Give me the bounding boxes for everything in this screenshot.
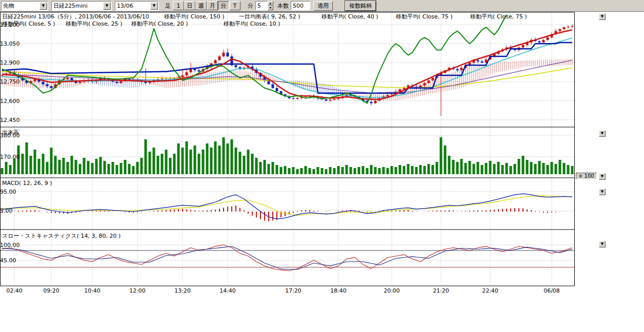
y-axis-label: 12,450: [0, 117, 23, 123]
y-axis-label: 5.00: [0, 208, 23, 214]
x-axis-label: 17:20: [282, 287, 305, 294]
legend-ichimoku: 一目均衡表( 9, 26, 52 ): [239, 13, 300, 20]
macd-plot: [2, 194, 572, 221]
period-button-tick[interactable]: T: [229, 1, 240, 10]
legend-ma20: 移動平均( Close, 20 ): [131, 20, 188, 28]
y-axis-label: 13,200: [0, 22, 23, 28]
period-button-minute[interactable]: 分: [218, 1, 229, 10]
legend-ma150: 移動平均( Close, 150 ): [164, 13, 225, 20]
legend-ma10: 移動平均( Close, 10 ): [224, 20, 280, 28]
x-axis-label: 09:20: [40, 287, 63, 294]
x-axis-label: 14:40: [216, 287, 239, 294]
y-axis-label: 12,600: [0, 98, 23, 105]
x-axis-label: 21:20: [430, 287, 452, 294]
y-axis-label: 170.00: [0, 154, 23, 160]
bar-type-label: 足: [165, 2, 171, 10]
y-axis-label: 380.00: [0, 132, 23, 139]
main-toolbar: 先物 ▼ 日経225mini ▼ 13/06 ▼ 足 1 日 週 月 分 T 分…: [0, 0, 644, 12]
chevron-down-icon[interactable]: ▼: [150, 2, 158, 10]
legend-ma40: 移動平均( Close, 40 ): [321, 13, 378, 20]
stochastics-plot: [2, 245, 572, 271]
period-button-1[interactable]: 1: [173, 1, 184, 10]
spinner-up-icon[interactable]: ▲: [268, 1, 273, 6]
y-axis-label: 45.00: [0, 257, 23, 264]
legend-ma25: 移動平均( Close, 25 ): [66, 20, 123, 28]
contract-month-value: 13/06: [115, 3, 150, 9]
volume-bars: [1, 137, 574, 174]
x-axis-label: 10:40: [81, 287, 104, 294]
x-axis-label: 20:00: [380, 287, 403, 294]
gridlines: [0, 12, 574, 286]
legend-ma75-b: 移動平均( Close, 75 ): [470, 13, 527, 20]
period-button-day[interactable]: 日: [184, 1, 195, 10]
bar-count-label: 本数: [277, 2, 289, 10]
instrument-type-value: 先物: [2, 2, 39, 10]
minute-value: 5: [257, 3, 261, 9]
macd-panel-title: MACD( 12, 26, 9 ): [2, 180, 52, 186]
instrument-value: 日経225mini: [52, 2, 103, 10]
contract-month-dropdown[interactable]: 13/06 ▼: [115, 1, 159, 11]
y-axis-label: 13,050: [0, 40, 23, 47]
volume-multiplier-badge: × 100: [576, 173, 597, 179]
instrument-dropdown[interactable]: 日経225mini ▼: [51, 1, 112, 11]
x-axis-label: 22:40: [479, 287, 501, 294]
trading-chart-app: { "toolbar": { "instrument_type": "先物", …: [0, 0, 644, 332]
spinner-down-icon[interactable]: ▼: [268, 6, 273, 10]
y-axis-label: 95.00: [0, 189, 23, 195]
apply-button[interactable]: 適用: [313, 1, 333, 11]
x-axis-label: 18:40: [327, 287, 350, 294]
x-axis-label: 13:20: [171, 287, 194, 294]
minute-spinner[interactable]: ▲ ▼: [268, 1, 273, 10]
candlesticks: [1, 25, 574, 116]
minute-input[interactable]: 5: [255, 1, 268, 10]
y-axis-label: 100.00: [0, 242, 23, 248]
chart-title-legend: 日経225mini 13/06（5分）, 2013/06/06 - 2013/0…: [2, 13, 149, 20]
scale-adjust-button-price[interactable]: ▼: [599, 13, 606, 20]
moving-averages: [2, 15, 572, 103]
chevron-down-icon[interactable]: ▼: [39, 2, 47, 10]
chevron-down-icon[interactable]: ▼: [103, 2, 111, 10]
bar-count-input[interactable]: 500: [291, 1, 310, 10]
period-button-week[interactable]: 週: [195, 1, 207, 10]
period-button-month[interactable]: 月: [207, 1, 218, 10]
scale-adjust-button-macd[interactable]: ▼: [599, 189, 606, 195]
x-axis-label: 02:40: [3, 287, 26, 294]
bar-count-value: 500: [293, 3, 304, 9]
x-axis-label: 06/08: [540, 287, 563, 294]
minute-label: 分: [248, 2, 253, 10]
stochastics-panel-title: スロー・ストキャスティクス( 14, 3, 80, 20 ): [2, 232, 120, 240]
scale-adjust-button-multiplier[interactable]: ▼: [599, 173, 606, 180]
legend-ma75-a: 移動平均( Close, 75 ): [396, 13, 453, 20]
y-axis-label: 12,750: [0, 78, 23, 85]
scale-adjust-button-stoch[interactable]: ▼: [599, 241, 606, 247]
chart-canvas[interactable]: [0, 0, 644, 332]
multi-symbol-button[interactable]: 複数銘柄: [345, 1, 376, 11]
instrument-type-dropdown[interactable]: 先物 ▼: [1, 1, 48, 11]
x-axis-label: 12:00: [126, 287, 149, 294]
y-axis-label: 12,900: [0, 59, 23, 66]
scale-adjust-button-volume[interactable]: ▼: [599, 130, 606, 137]
